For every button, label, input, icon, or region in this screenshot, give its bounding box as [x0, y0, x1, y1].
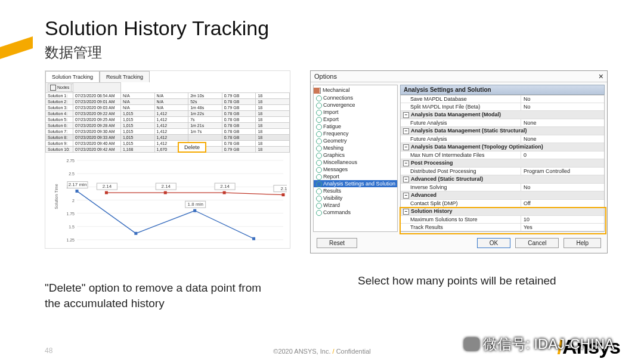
- col-nodes[interactable]: Nodes: [48, 84, 72, 92]
- ok-button[interactable]: OK: [477, 238, 510, 248]
- table-row[interactable]: Solution 10:07/23/2020 09:42 AM1,1681,67…: [46, 147, 290, 153]
- slide-subtitle: 数据管理: [45, 43, 102, 62]
- svg-text:2.1: 2.1: [280, 186, 287, 191]
- tree-node[interactable]: Visibility: [314, 194, 397, 202]
- tree-node[interactable]: Geometry: [314, 137, 397, 144]
- close-icon[interactable]: ×: [599, 73, 603, 79]
- checkbox-icon[interactable]: [50, 85, 56, 91]
- prop-row[interactable]: Save MAPDL DatabaseNo: [401, 95, 604, 103]
- tree-root[interactable]: −Mechanical: [314, 86, 397, 94]
- svg-text:1.5: 1.5: [69, 225, 75, 229]
- prop-row[interactable]: −Analysis Data Management (Static Struct…: [401, 127, 604, 135]
- svg-text:2.5: 2.5: [69, 172, 75, 176]
- prop-row[interactable]: −Post Processing: [401, 159, 604, 168]
- table-row[interactable]: Solution 2:07/23/2020 09:01 AMN/AN/A52s0…: [46, 99, 290, 105]
- svg-text:2.14: 2.14: [103, 184, 112, 189]
- prop-row[interactable]: Max Num Of Intermediate Files0: [401, 151, 604, 159]
- property-grid: Save MAPDL DatabaseNoSplit MAPDL Input F…: [400, 95, 605, 232]
- tree-node[interactable]: Results: [314, 187, 397, 194]
- tree-node[interactable]: Miscellaneous: [314, 159, 397, 166]
- prop-row[interactable]: −Solution History: [401, 208, 604, 216]
- expand-icon[interactable]: −: [403, 193, 409, 199]
- tree-node[interactable]: Analysis Settings and Solution: [314, 180, 397, 187]
- prop-row[interactable]: Contact Split (DMP)Off: [401, 200, 604, 208]
- solution-history-table: NodesElementsSolution TimeRAM UsedCores …: [45, 82, 290, 153]
- chart-svg: 1.251.51.7522.252.52.752.17 min1.8 min2.…: [60, 156, 287, 248]
- expand-icon[interactable]: −: [403, 112, 409, 118]
- tree-node[interactable]: Convergence: [314, 101, 397, 109]
- dialog-title: Options: [314, 73, 337, 80]
- tree-node[interactable]: Wizard: [314, 202, 397, 209]
- prop-row[interactable]: Maximum Solutions to Store10: [401, 216, 604, 224]
- expand-icon[interactable]: −: [403, 160, 409, 166]
- svg-text:1.25: 1.25: [66, 238, 75, 242]
- options-tree: −Mechanical ConnectionsConvergenceImport…: [313, 85, 398, 232]
- svg-rect-21: [252, 237, 255, 240]
- expand-icon[interactable]: −: [403, 144, 409, 150]
- tree-node[interactable]: Meshing: [314, 144, 397, 151]
- svg-text:2.17 min: 2.17 min: [69, 182, 87, 187]
- caption-retain: Select how many points will be retained: [358, 274, 596, 287]
- svg-text:2.14: 2.14: [220, 184, 230, 189]
- expand-icon[interactable]: −: [403, 128, 409, 134]
- svg-rect-17: [134, 232, 137, 235]
- table-row[interactable]: Solution 6:07/23/2020 09:28 AM1,0151,412…: [46, 123, 290, 129]
- property-panel-title: Analysis Settings and Solution: [400, 85, 605, 95]
- copyright: ©2020 ANSYS, Inc. / Confidential: [273, 348, 370, 355]
- accent-bar: [0, 36, 33, 59]
- table-row[interactable]: Solution 1:07/23/2020 08:54 AMN/AN/A2m 1…: [46, 93, 290, 99]
- svg-rect-31: [282, 193, 285, 196]
- tree-node[interactable]: Frequency: [314, 130, 397, 137]
- tree-node[interactable]: Fatigue: [314, 123, 397, 130]
- prop-row[interactable]: Track ResultsYes: [401, 224, 604, 231]
- tree-node[interactable]: Report: [314, 173, 397, 180]
- prop-row[interactable]: −Analysis Data Management (Topology Opti…: [401, 143, 604, 151]
- table-row[interactable]: Solution 7:07/23/2020 09:30 AM1,0151,412…: [46, 129, 290, 135]
- tab-result-tracking[interactable]: Result Tracking: [100, 71, 150, 82]
- prop-row[interactable]: Distributed Post ProcessingProgram Contr…: [401, 168, 604, 175]
- solution-time-chart: Solution Time 1.251.51.7522.252.52.752.1…: [45, 153, 290, 248]
- wechat-icon: [464, 338, 479, 351]
- svg-text:2: 2: [72, 199, 75, 203]
- prop-row[interactable]: Inverse SolvingNo: [401, 184, 604, 191]
- tree-node[interactable]: Commands: [314, 209, 397, 216]
- svg-rect-14: [76, 190, 79, 193]
- tree-node[interactable]: Export: [314, 116, 397, 123]
- svg-rect-25: [164, 191, 167, 194]
- prop-row[interactable]: Future AnalysisNone: [401, 119, 604, 127]
- cancel-button[interactable]: Cancel: [515, 238, 559, 248]
- options-dialog: Options × −Mechanical ConnectionsConverg…: [310, 70, 608, 253]
- tree-node[interactable]: Import: [314, 109, 397, 116]
- wechat-overlay: 微信号: IDAJ-CHINA: [464, 335, 614, 354]
- svg-rect-22: [105, 191, 108, 194]
- slide-number: 48: [45, 346, 52, 355]
- prop-row[interactable]: −Analysis Data Management (Modal): [401, 111, 604, 119]
- help-button[interactable]: Help: [564, 238, 601, 248]
- solution-tracking-screenshot: Solution Tracking Result Tracking NodesE…: [45, 70, 290, 249]
- svg-text:1.8 min: 1.8 min: [188, 202, 203, 207]
- svg-text:2.75: 2.75: [66, 159, 75, 163]
- table-row[interactable]: Solution 9:07/23/2020 09:40 AM1,0151,412…: [46, 141, 290, 147]
- prop-row[interactable]: −Advanced: [401, 191, 604, 200]
- table-row[interactable]: Solution 4:07/23/2020 09:22 AM1,0151,412…: [46, 111, 290, 117]
- table-row[interactable]: Solution 3:07/23/2020 09:03 AMN/AN/A1m 4…: [46, 105, 290, 111]
- svg-rect-18: [193, 209, 196, 212]
- prop-row[interactable]: −Advanced (Static Structural): [401, 175, 604, 184]
- expand-icon[interactable]: −: [403, 209, 409, 215]
- tree-node[interactable]: Graphics: [314, 151, 397, 159]
- tree-node[interactable]: Messages: [314, 166, 397, 173]
- prop-row[interactable]: Split MAPDL Input File (Beta)No: [401, 103, 604, 111]
- svg-text:2.14: 2.14: [161, 184, 171, 189]
- tab-solution-tracking[interactable]: Solution Tracking: [45, 71, 100, 82]
- slide-title: Solution History Tracking: [45, 17, 269, 40]
- svg-rect-28: [223, 191, 226, 194]
- prop-row[interactable]: Future AnalysisNone: [401, 135, 604, 143]
- tree-node[interactable]: Connections: [314, 94, 397, 101]
- reset-button[interactable]: Reset: [317, 238, 357, 248]
- expand-icon[interactable]: −: [403, 177, 409, 182]
- caption-delete: "Delete" option to remove a data point f…: [45, 280, 271, 311]
- table-row[interactable]: Solution 5:07/23/2020 09:25 AM1,0151,412…: [46, 117, 290, 123]
- tracking-tabs: Solution Tracking Result Tracking: [45, 71, 290, 82]
- table-row[interactable]: Solution 8:07/23/2020 09:33 AM1,0151,412…: [46, 135, 290, 141]
- svg-text:1.75: 1.75: [66, 212, 75, 216]
